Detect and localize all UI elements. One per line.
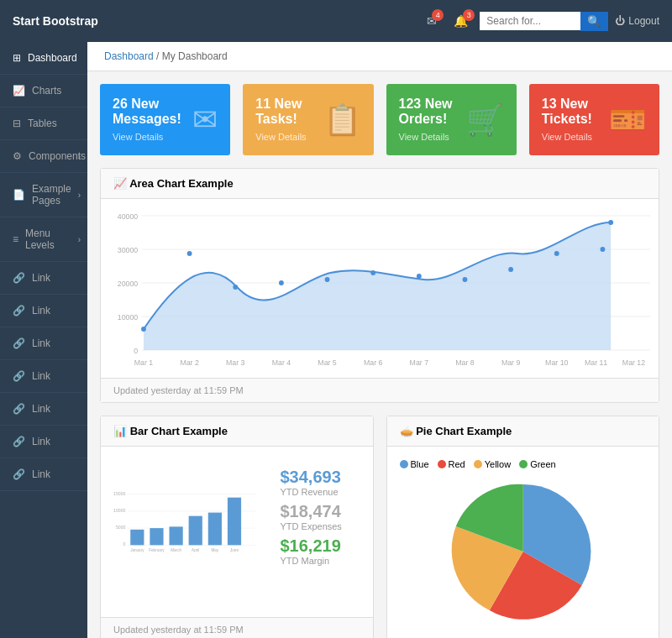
breadcrumb-separator: / bbox=[156, 50, 162, 62]
ytd-margin-label: YTD Margin bbox=[281, 556, 348, 566]
bar-chart-title: Bar Chart Example bbox=[130, 425, 228, 437]
ytd-margin: $16,219 YTD Margin bbox=[281, 536, 348, 566]
bar-chart-panel: 📊 Bar Chart Example 15000 10000 5000 bbox=[100, 416, 374, 638]
charts-icon: 📈 bbox=[13, 85, 25, 97]
svg-point-14 bbox=[325, 277, 330, 282]
legend-dot-yellow bbox=[474, 460, 482, 468]
tasks-large-icon: 📋 bbox=[323, 102, 361, 138]
stat-card-tickets[interactable]: 13 New Tickets! View Details 🎫 bbox=[529, 84, 659, 155]
logout-button[interactable]: ⏻ Logout bbox=[615, 15, 659, 27]
sidebar-item-menu-levels[interactable]: ≡ Menu Levels › bbox=[0, 217, 87, 262]
svg-text:Mar 3: Mar 3 bbox=[226, 358, 244, 367]
sidebar-item-link3[interactable]: 🔗 Link bbox=[0, 327, 87, 360]
link-icon: 🔗 bbox=[13, 370, 25, 382]
svg-point-17 bbox=[463, 277, 468, 282]
svg-point-15 bbox=[370, 270, 375, 275]
chevron-right-icon: › bbox=[78, 235, 81, 244]
link-icon: 🔗 bbox=[13, 337, 25, 349]
stat-card-messages[interactable]: 26 New Messages! View Details ✉ bbox=[100, 84, 230, 155]
svg-point-16 bbox=[417, 274, 422, 279]
svg-text:June: June bbox=[230, 548, 239, 552]
svg-text:Mar 6: Mar 6 bbox=[364, 358, 382, 367]
pie-chart-heading: 🥧 Pie Chart Example bbox=[387, 416, 659, 447]
sidebar-item-label: Link bbox=[32, 337, 50, 349]
stat-card-tasks[interactable]: 11 New Tasks! View Details 📋 bbox=[243, 84, 373, 155]
legend-label-yellow: Yellow bbox=[485, 459, 511, 469]
breadcrumb: Dashboard / My Dashboard bbox=[87, 42, 672, 71]
sidebar-item-label: Link bbox=[32, 272, 50, 284]
sidebar-item-link2[interactable]: 🔗 Link bbox=[0, 295, 87, 327]
pie-chart-svg bbox=[400, 476, 647, 627]
sidebar-item-components[interactable]: ⚙ Components › bbox=[0, 140, 87, 173]
svg-text:15000: 15000 bbox=[113, 491, 126, 496]
navbar: Start Bootstrap ✉ 4 🔔 3 🔍 ⏻ Logout bbox=[0, 0, 672, 42]
svg-text:20000: 20000 bbox=[118, 280, 138, 288]
svg-text:Mar 1: Mar 1 bbox=[134, 358, 153, 367]
sidebar-item-link4[interactable]: 🔗 Link bbox=[0, 360, 87, 393]
svg-text:0: 0 bbox=[134, 347, 138, 355]
link-icon: 🔗 bbox=[13, 305, 25, 316]
sidebar-item-label: Link bbox=[32, 403, 50, 415]
svg-point-13 bbox=[279, 280, 284, 285]
navbar-right: ✉ 4 🔔 3 🔍 ⏻ Logout bbox=[422, 11, 659, 31]
svg-rect-44 bbox=[150, 528, 163, 545]
area-chart-footer: Updated yesterday at 11:59 PM bbox=[101, 378, 659, 402]
main-layout: ⊞ Dashboard 📈 Charts ⊟ Tables ⚙ Componen… bbox=[0, 42, 672, 638]
sidebar-item-label: Link bbox=[32, 370, 50, 382]
sidebar-item-example-pages[interactable]: 📄 Example Pages › bbox=[0, 173, 87, 217]
legend-dot-blue bbox=[400, 460, 408, 468]
search-box: 🔍 bbox=[480, 12, 608, 31]
chevron-right-icon: › bbox=[78, 152, 81, 161]
svg-text:40000: 40000 bbox=[118, 212, 138, 221]
charts-row: 📊 Bar Chart Example 15000 10000 5000 bbox=[100, 416, 659, 638]
components-icon: ⚙ bbox=[13, 150, 22, 162]
legend-blue: Blue bbox=[400, 459, 429, 469]
notification-button[interactable]: 🔔 3 bbox=[449, 11, 473, 31]
stat-card-text: 123 New Orders! View Details bbox=[399, 97, 466, 143]
link-icon: 🔗 bbox=[13, 436, 25, 447]
svg-text:Mar 12: Mar 12 bbox=[622, 358, 645, 367]
mail-badge: 4 bbox=[432, 9, 444, 21]
svg-text:February: February bbox=[149, 548, 165, 552]
sidebar-item-link5[interactable]: 🔗 Link bbox=[0, 393, 87, 426]
logout-icon: ⏻ bbox=[615, 15, 625, 27]
sidebar-item-label: Menu Levels bbox=[25, 227, 75, 251]
legend-label-blue: Blue bbox=[411, 459, 429, 469]
stat-card-link[interactable]: View Details bbox=[255, 132, 306, 142]
sidebar-item-label: Link bbox=[32, 436, 50, 447]
bar-chart-svg: 15000 10000 5000 0 bbox=[113, 459, 260, 602]
svg-text:5000: 5000 bbox=[116, 525, 126, 530]
stat-card-text: 26 New Messages! View Details bbox=[113, 97, 192, 143]
search-input[interactable] bbox=[480, 12, 580, 30]
sidebar-item-label: Dashboard bbox=[28, 52, 77, 64]
ytd-margin-amount: $16,219 bbox=[281, 536, 348, 556]
sidebar-item-link1[interactable]: 🔗 Link bbox=[0, 262, 87, 295]
search-button[interactable]: 🔍 bbox=[580, 12, 608, 31]
svg-text:0: 0 bbox=[123, 542, 126, 547]
sidebar-item-link6[interactable]: 🔗 Link bbox=[0, 426, 87, 458]
breadcrumb-root[interactable]: Dashboard bbox=[104, 50, 154, 62]
breadcrumb-current: My Dashboard bbox=[162, 50, 228, 62]
mail-button[interactable]: ✉ 4 bbox=[422, 11, 442, 31]
stat-card-orders[interactable]: 123 New Orders! View Details 🛒 bbox=[386, 84, 517, 155]
bar-chart-update: Updated yesterday at 11:59 PM bbox=[113, 625, 244, 635]
link-icon: 🔗 bbox=[13, 468, 25, 480]
bar-chart-visual: 15000 10000 5000 0 bbox=[113, 459, 260, 604]
pie-chart-title: Pie Chart Example bbox=[416, 425, 512, 437]
stat-card-link[interactable]: View Details bbox=[542, 132, 592, 142]
svg-text:Mar 8: Mar 8 bbox=[455, 358, 474, 367]
sidebar-item-tables[interactable]: ⊟ Tables bbox=[0, 107, 87, 140]
ytd-revenue-amount: $34,693 bbox=[281, 468, 348, 487]
sidebar-item-dashboard[interactable]: ⊞ Dashboard bbox=[0, 42, 87, 75]
stat-card-link[interactable]: View Details bbox=[113, 132, 163, 142]
bar-chart-footer: Updated yesterday at 11:59 PM bbox=[101, 617, 373, 638]
sidebar-item-label: Link bbox=[32, 305, 50, 316]
svg-text:April: April bbox=[192, 548, 199, 552]
bar-chart-heading: 📊 Bar Chart Example bbox=[101, 416, 373, 447]
sidebar-item-link7[interactable]: 🔗 Link bbox=[0, 458, 87, 491]
stat-card-link[interactable]: View Details bbox=[399, 132, 449, 142]
sidebar-item-charts[interactable]: 📈 Charts bbox=[0, 75, 87, 107]
svg-point-21 bbox=[608, 220, 613, 225]
bell-badge: 3 bbox=[463, 9, 475, 21]
svg-rect-48 bbox=[189, 516, 202, 546]
